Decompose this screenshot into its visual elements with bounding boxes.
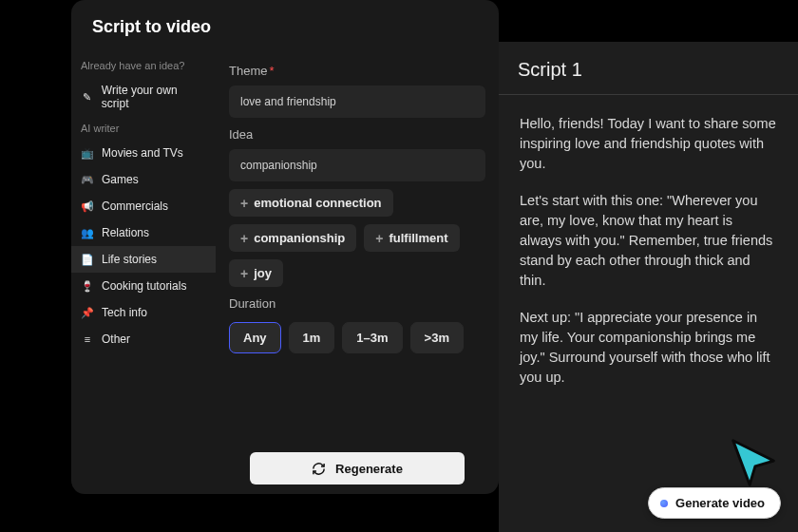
write-own-script[interactable]: ✎ Write your own script bbox=[71, 77, 216, 117]
sidebar-item-other[interactable]: ≡ Other bbox=[71, 326, 216, 352]
theme-input[interactable] bbox=[229, 86, 485, 118]
suggestion-chip[interactable]: + fulfillment bbox=[364, 224, 459, 252]
suggestion-chip[interactable]: + joy bbox=[229, 259, 283, 287]
sidebar-item-label: Commercials bbox=[102, 200, 168, 213]
idea-input[interactable] bbox=[229, 149, 485, 181]
sidebar-item-label: Movies and TVs bbox=[102, 146, 183, 160]
sidebar-item-movies[interactable]: 📺 Movies and TVs bbox=[71, 140, 216, 166]
sidebar-item-commercials[interactable]: 📢 Commercials bbox=[71, 193, 216, 219]
plus-icon: + bbox=[240, 197, 248, 210]
plus-icon: + bbox=[375, 232, 383, 245]
sidebar-item-label: Life stories bbox=[102, 253, 157, 266]
sidebar-heading-idea: Already have an idea? bbox=[71, 54, 216, 77]
sidebar-item-tech[interactable]: 📌 Tech info bbox=[71, 299, 216, 326]
wine-icon: 🍷 bbox=[81, 279, 94, 293]
sidebar: Already have an idea? ✎ Write your own s… bbox=[71, 54, 216, 494]
plus-icon: + bbox=[240, 267, 248, 280]
plus-icon: + bbox=[240, 232, 248, 245]
regenerate-label: Regenerate bbox=[335, 462, 403, 476]
megaphone-icon: 📢 bbox=[81, 200, 94, 213]
script-paragraph: Let's start with this one: "Wherever you… bbox=[520, 191, 777, 291]
script-paragraph: Hello, friends! Today I want to share so… bbox=[520, 114, 777, 174]
sidebar-item-label: Other bbox=[102, 332, 130, 346]
duration-1m[interactable]: 1m bbox=[289, 322, 335, 353]
idea-label: Idea bbox=[229, 127, 485, 142]
sidebar-item-label: Games bbox=[102, 173, 139, 186]
sidebar-item-life-stories[interactable]: 📄 Life stories bbox=[71, 246, 216, 273]
script-to-video-panel: Script to video Already have an idea? ✎ … bbox=[71, 0, 499, 494]
script-panel: Script 1 Hello, friends! Today I want to… bbox=[499, 42, 798, 532]
suggestion-chip[interactable]: + companionship bbox=[229, 224, 356, 252]
duration-label: Duration bbox=[229, 296, 485, 311]
duration-3m[interactable]: >3m bbox=[410, 322, 464, 353]
sidebar-item-label: Tech info bbox=[102, 306, 147, 319]
suggestion-chip[interactable]: + emotional connection bbox=[229, 189, 393, 217]
refresh-icon bbox=[312, 462, 326, 476]
tv-icon: 📺 bbox=[81, 146, 94, 160]
script-title: Script 1 bbox=[518, 59, 779, 81]
form-area: Theme* Idea + emotional connection + com… bbox=[216, 54, 499, 494]
chip-label: companionship bbox=[254, 231, 345, 245]
pin-icon: 📌 bbox=[81, 306, 94, 319]
write-own-label: Write your own script bbox=[102, 84, 206, 110]
sparkle-icon bbox=[660, 500, 668, 507]
pencil-icon: ✎ bbox=[81, 90, 94, 104]
panel-title: Script to video bbox=[92, 17, 478, 37]
panel-header: Script to video bbox=[71, 0, 499, 54]
sidebar-item-label: Relations bbox=[102, 226, 149, 239]
theme-label: Theme* bbox=[229, 64, 485, 78]
script-body: Hello, friends! Today I want to share so… bbox=[499, 95, 798, 424]
sidebar-item-label: Cooking tutorials bbox=[102, 279, 186, 293]
duration-any[interactable]: Any bbox=[229, 322, 281, 353]
duration-row: Any 1m 1–3m >3m bbox=[229, 322, 485, 353]
chip-label: emotional connection bbox=[254, 196, 381, 210]
suggestion-row: + emotional connection + companionship +… bbox=[229, 189, 485, 287]
sidebar-item-cooking[interactable]: 🍷 Cooking tutorials bbox=[71, 273, 216, 299]
document-icon: 📄 bbox=[81, 253, 94, 266]
sidebar-item-relations[interactable]: 👥 Relations bbox=[71, 219, 216, 246]
script-header: Script 1 bbox=[499, 42, 798, 95]
panel-body: Already have an idea? ✎ Write your own s… bbox=[71, 54, 499, 494]
generate-label: Generate video bbox=[675, 496, 765, 510]
chip-label: fulfillment bbox=[389, 231, 447, 245]
chip-label: joy bbox=[254, 266, 272, 280]
menu-icon: ≡ bbox=[81, 332, 94, 346]
generate-video-button[interactable]: Generate video bbox=[648, 487, 781, 519]
gamepad-icon: 🎮 bbox=[81, 173, 94, 186]
script-paragraph: Next up: "I appreciate your presence in … bbox=[520, 308, 777, 388]
regenerate-button[interactable]: Regenerate bbox=[250, 452, 465, 484]
duration-1-3m[interactable]: 1–3m bbox=[342, 322, 402, 353]
sidebar-heading-ai: AI writer bbox=[71, 117, 216, 140]
people-icon: 👥 bbox=[81, 226, 94, 239]
sidebar-item-games[interactable]: 🎮 Games bbox=[71, 166, 216, 193]
